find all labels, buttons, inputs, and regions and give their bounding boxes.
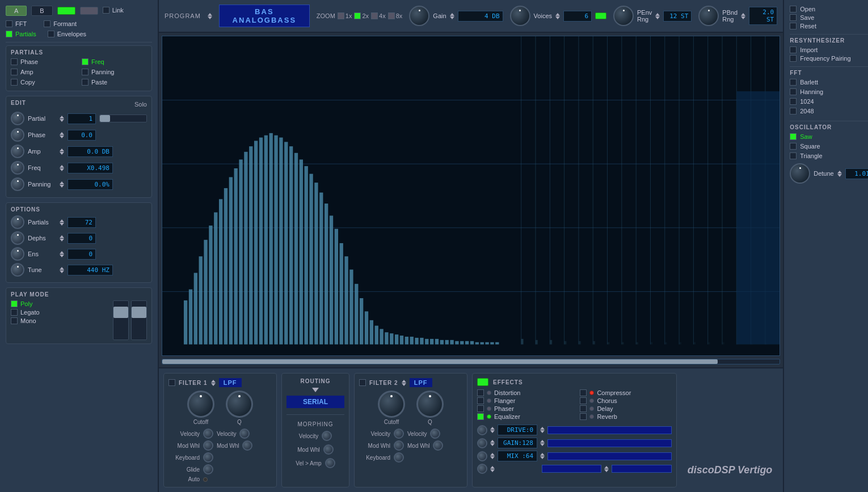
filter2-cutoff-knob[interactable] — [378, 391, 405, 418]
mono-checkbox[interactable] — [11, 317, 18, 324]
fft-checkbox[interactable] — [6, 20, 12, 27]
program-display[interactable]: BAS ANALOGBASS — [219, 5, 310, 27]
freq-checkbox[interactable] — [82, 58, 89, 65]
flanger-check[interactable] — [477, 397, 484, 404]
formant-checkbox[interactable] — [44, 20, 50, 27]
reverb-check[interactable] — [580, 413, 587, 420]
save-label[interactable]: Save — [800, 14, 814, 21]
mix-display[interactable]: MIX :64 — [498, 451, 537, 461]
detune-spin[interactable] — [837, 171, 842, 177]
filter1-type-spin[interactable] — [211, 380, 216, 386]
extra-spin2[interactable] — [604, 466, 609, 472]
penv-display[interactable]: 12 ST — [663, 11, 692, 22]
filter1-glide-knob[interactable] — [203, 464, 213, 474]
filter2-modwhl-knob1[interactable] — [394, 440, 404, 451]
freq-pairing-label[interactable]: Frequency Pairing — [800, 55, 850, 62]
filter1-q-knob[interactable] — [226, 391, 253, 418]
panning-knob[interactable] — [11, 177, 24, 191]
filter1-modwhl-knob2[interactable] — [242, 440, 252, 451]
filter2-type-spin[interactable] — [402, 380, 406, 386]
amp-spin[interactable] — [60, 149, 64, 155]
ens-opt-knob[interactable] — [11, 247, 24, 261]
detune-knob[interactable] — [790, 163, 810, 184]
spectrum-scrollbar[interactable] — [162, 359, 780, 364]
tab-a[interactable]: A — [6, 6, 27, 16]
filter1-velocity-knob2[interactable] — [239, 429, 250, 439]
penv-knob[interactable] — [613, 6, 634, 26]
drive-spin[interactable] — [490, 427, 495, 433]
depths-opt-spin[interactable] — [60, 235, 64, 241]
compressor-check[interactable] — [580, 389, 587, 396]
saw-checkbox[interactable] — [790, 133, 797, 140]
slider-v-2[interactable] — [131, 300, 147, 340]
zoom-1x[interactable]: 1x — [338, 12, 352, 19]
filter1-checkbox[interactable] — [168, 379, 175, 386]
program-spin[interactable] — [208, 13, 212, 19]
reset-checkbox[interactable] — [790, 23, 797, 29]
penv-spin[interactable] — [655, 13, 660, 19]
fft2048-checkbox[interactable] — [790, 108, 797, 114]
morphing-velocity-knob[interactable] — [322, 431, 332, 441]
gain-fx-spin2[interactable] — [540, 440, 545, 446]
save-checkbox[interactable] — [790, 14, 797, 21]
pbnd-spin[interactable] — [741, 13, 745, 19]
paste-checkbox[interactable] — [82, 79, 89, 86]
ens-opt-spin[interactable] — [60, 251, 64, 257]
freq-value[interactable]: X0.498 — [68, 163, 113, 173]
filter2-velocity-knob1[interactable] — [394, 429, 404, 439]
equalizer-check[interactable] — [477, 413, 484, 420]
spectrum-display[interactable] — [162, 36, 780, 356]
barlett-checkbox[interactable] — [790, 79, 797, 86]
zoom-4x[interactable]: 4x — [371, 12, 386, 19]
import-checkbox[interactable] — [790, 46, 797, 53]
panning-value[interactable]: 0.0% — [68, 179, 113, 190]
mix-spin[interactable] — [490, 453, 495, 459]
morphing-velamp-knob[interactable] — [325, 458, 335, 468]
chorus-check[interactable] — [580, 397, 587, 404]
gain-fx-display[interactable]: GAIN:128 — [498, 438, 537, 448]
reset-label[interactable]: Reset — [800, 23, 816, 29]
morphing-modwhl-knob[interactable] — [323, 444, 334, 455]
filter2-type[interactable]: LPF — [410, 378, 432, 387]
freq-pairing-checkbox[interactable] — [790, 55, 797, 62]
partials-opt-spin[interactable] — [60, 219, 64, 226]
pbnd-knob[interactable] — [698, 6, 719, 26]
led-a[interactable] — [57, 7, 75, 15]
amp-knob[interactable] — [11, 145, 24, 158]
filter1-velocity-knob1[interactable] — [203, 429, 213, 439]
square-checkbox[interactable] — [790, 143, 797, 150]
mix-spin2[interactable] — [540, 453, 545, 459]
envelopes-checkbox[interactable] — [48, 31, 54, 37]
partial-slider[interactable] — [99, 114, 147, 122]
filter1-keyboard-knob[interactable] — [203, 452, 213, 463]
gain-fx-knob[interactable] — [477, 438, 487, 448]
detune-display[interactable]: 1.01 — [845, 168, 868, 179]
phase-spin[interactable] — [60, 132, 64, 138]
depths-opt-knob[interactable] — [11, 231, 24, 245]
freq-spin[interactable] — [60, 165, 64, 171]
zoom-8x[interactable]: 8x — [388, 12, 403, 19]
depths-opt-value[interactable]: 0 — [68, 233, 96, 244]
partial-value[interactable]: 1 — [68, 113, 96, 124]
filter1-modwhl-knob1[interactable] — [203, 440, 213, 451]
import-label[interactable]: Import — [800, 46, 818, 53]
tune-opt-spin[interactable] — [60, 267, 64, 273]
filter1-type[interactable]: LPF — [219, 378, 242, 387]
phase-checkbox[interactable] — [11, 58, 18, 65]
partials-checkbox[interactable] — [6, 31, 12, 37]
amp-checkbox[interactable] — [11, 69, 18, 75]
fft1024-checkbox[interactable] — [790, 98, 797, 105]
tab-b[interactable]: B — [31, 6, 52, 16]
panning-checkbox[interactable] — [82, 69, 89, 75]
tune-opt-value[interactable]: 440 HZ — [68, 265, 113, 275]
hanning-checkbox[interactable] — [790, 88, 797, 95]
link-checkbox[interactable] — [103, 7, 109, 14]
slider-v-1[interactable] — [113, 300, 129, 340]
phase-knob[interactable] — [11, 128, 24, 142]
routing-display[interactable]: SERIAL — [286, 396, 344, 408]
extra-knob[interactable] — [477, 464, 487, 474]
drive-knob[interactable] — [477, 425, 487, 435]
mix-knob[interactable] — [477, 451, 487, 461]
filter1-cutoff-knob[interactable] — [187, 391, 214, 418]
gain-display[interactable]: 4 DB — [458, 11, 503, 22]
